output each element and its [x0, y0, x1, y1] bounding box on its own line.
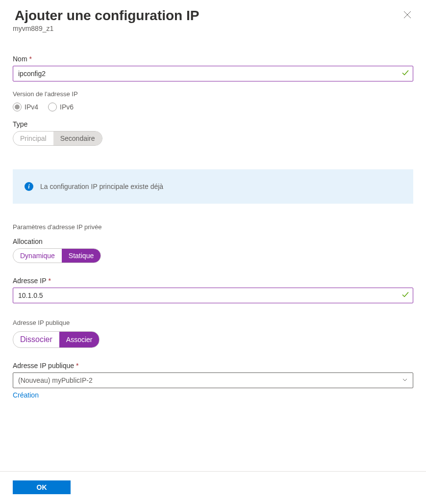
public-ip-label: Adresse IP publique: [13, 319, 413, 326]
check-icon: [401, 69, 409, 79]
public-ip-toggle[interactable]: Dissocier Associer: [13, 331, 100, 348]
create-link[interactable]: Création: [13, 391, 39, 399]
ip-address-label: Adresse IP*: [13, 277, 413, 285]
public-ip-dropdown-value: (Nouveau) myPublicIP-2: [18, 376, 93, 384]
type-toggle: Principal Secondaire: [13, 131, 102, 146]
chevron-down-icon: [402, 376, 408, 384]
public-ip-dissociate[interactable]: Dissocier: [13, 332, 59, 347]
type-secondary: Secondaire: [53, 132, 102, 145]
allocation-label: Allocation: [13, 238, 413, 245]
close-button[interactable]: [401, 8, 413, 23]
radio-icon: [13, 103, 22, 111]
radio-ipv4-label: IPv4: [25, 103, 38, 111]
allocation-toggle[interactable]: Dynamique Statique: [13, 248, 101, 263]
radio-ipv6[interactable]: IPv6: [48, 103, 74, 111]
info-text: La configuration IP principale existe dé…: [40, 183, 163, 190]
check-icon: [401, 291, 409, 300]
page-title: Ajouter une configuration IP: [15, 8, 199, 24]
radio-icon: [48, 103, 57, 111]
public-ip-dropdown[interactable]: (Nouveau) myPublicIP-2: [13, 372, 413, 388]
allocation-static[interactable]: Statique: [62, 249, 100, 263]
info-icon: i: [25, 182, 33, 191]
private-ip-header: Paramètres d'adresse IP privée: [13, 223, 413, 231]
info-box: i La configuration IP principale existe …: [13, 169, 413, 204]
type-primary: Principal: [13, 132, 53, 145]
ip-version-label: Version de l'adresse IP: [13, 90, 413, 98]
name-label: Nom*: [13, 55, 413, 63]
ip-address-input[interactable]: [13, 288, 413, 303]
close-icon: [403, 11, 411, 19]
type-label: Type: [13, 120, 413, 128]
radio-ipv6-label: IPv6: [60, 103, 74, 111]
subtitle: myvm889_z1: [13, 25, 426, 32]
name-input[interactable]: [13, 66, 413, 81]
public-ip-select-label: Adresse IP publique*: [13, 362, 413, 370]
radio-ipv4[interactable]: IPv4: [13, 103, 38, 111]
allocation-dynamic[interactable]: Dynamique: [13, 249, 62, 263]
ok-button[interactable]: OK: [13, 480, 71, 494]
public-ip-associate[interactable]: Associer: [59, 332, 100, 347]
